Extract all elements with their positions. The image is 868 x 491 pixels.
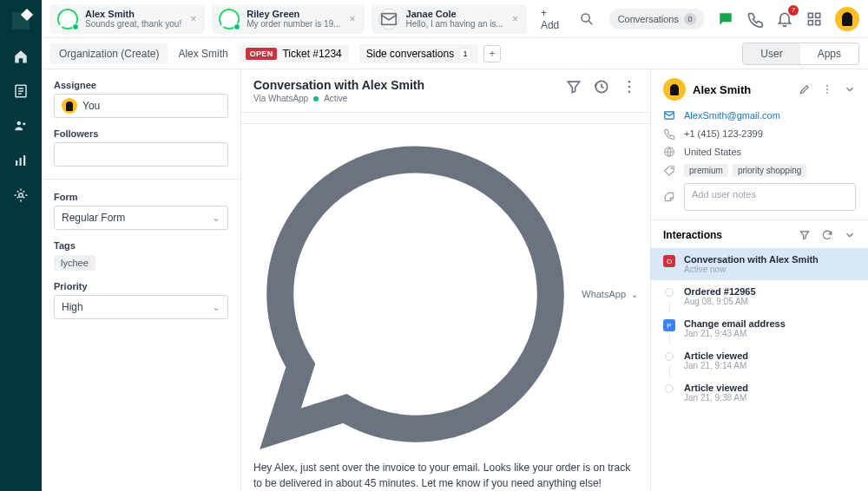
svg-rect-10 [816,13,820,17]
home-icon[interactable] [13,49,29,64]
followers-field[interactable] [54,142,228,167]
filter-icon[interactable] [565,78,582,95]
chevron-down-icon[interactable] [844,229,856,241]
tab-alex-smith[interactable]: Alex SmithSounds great, thank you! × [50,4,205,34]
svg-point-8 [582,13,589,21]
interaction-item[interactable]: OConversation with Alex SmithActive now [651,248,868,280]
breadcrumb-org[interactable]: Organization (Create) [50,43,168,64]
svg-rect-3 [16,160,17,166]
bell-icon[interactable]: 7 [776,10,793,28]
ticket-properties: Assignee You Followers Form Regular Form… [42,69,241,491]
breadcrumb-ticket[interactable]: OPENTicket #1234 [239,45,349,62]
breadcrumb-user[interactable]: Alex Smith [169,43,236,64]
tab-riley-green[interactable]: Riley GreenMy order number is 19... × [212,4,364,34]
priority-label: Priority [54,281,228,291]
svg-point-2 [23,122,25,125]
search-icon[interactable] [579,10,595,28]
top-bar: Alex SmithSounds great, thank you! × Ril… [42,0,868,38]
conversation-status: Active [324,94,347,103]
close-icon[interactable]: × [188,13,198,25]
tag-chip[interactable]: lychee [54,255,95,271]
phone-icon[interactable] [746,10,764,28]
form-label: Form [54,192,228,202]
chevron-down-icon[interactable] [844,83,856,95]
add-button[interactable]: + Add [534,3,572,35]
tab-title: Alex Smith [85,9,181,19]
form-select[interactable]: Regular Form [54,206,228,230]
user-tags: premiumpriority shopping [663,164,856,177]
tab-preview: Sounds great, thank you! [85,19,181,29]
svg-rect-11 [808,20,812,24]
priority-select[interactable]: High [54,295,228,319]
interactions-title: Interactions [663,229,799,241]
svg-rect-5 [23,155,25,166]
refresh-icon[interactable] [821,229,833,241]
user-location: United States [663,146,856,158]
svg-point-6 [19,193,23,198]
toggle-user[interactable]: User [743,43,799,64]
tab-title: Janae Cole [406,9,503,19]
tab-preview: Hello, I am having an is... [406,19,503,29]
user-name: Alex Smith [693,83,792,96]
user-email[interactable]: AlexSmith@gmail.com [663,109,856,121]
user-notes-row: Add user notes [663,183,856,211]
svg-point-1 [17,121,22,126]
more-icon[interactable] [621,78,638,95]
history-icon[interactable] [593,78,610,95]
close-icon[interactable]: × [510,13,520,25]
avatar [663,78,686,101]
svg-point-15 [628,86,631,88]
svg-point-25 [671,167,672,168]
tags-label: Tags [54,240,228,251]
interaction-item[interactable]: Ordered #12965Aug 08, 9:05 AM [651,280,868,312]
tab-preview: My order number is 19... [247,19,340,29]
filter-icon[interactable] [799,229,811,241]
chat-icon[interactable] [717,10,734,28]
conversations-pill[interactable]: Conversations0 [609,9,705,29]
svg-point-21 [826,88,828,90]
conversation-title: Conversation with Alex Smith [253,78,565,92]
interactions-list: OConversation with Alex SmithActive now … [651,248,868,409]
reply-channel-select[interactable]: WhatsApp⌄ [253,133,638,455]
context-bar: Organization (Create) Alex Smith OPENTic… [42,38,868,69]
reply-composer[interactable]: WhatsApp⌄ Hey Alex, just sent over the i… [241,123,650,491]
user-panel: Alex Smith AlexSmith@gmail.com +1 (415) … [651,69,868,491]
interaction-item[interactable]: Article viewedJan 21, 9:14 AM [651,344,868,376]
interaction-item[interactable]: Article viewedJan 21, 9:38 AM [651,376,868,409]
more-icon[interactable] [821,83,833,95]
side-conversations[interactable]: Side conversations1 [359,44,478,63]
tab-janae-cole[interactable]: Janae ColeHello, I am having an is... × [372,4,527,34]
user-phone: +1 (415) 123-2399 [663,128,856,140]
notes-input[interactable]: Add user notes [684,183,856,211]
edit-icon[interactable] [799,83,811,95]
svg-point-22 [826,92,828,94]
followers-label: Followers [54,128,228,139]
users-icon[interactable] [13,118,29,134]
reply-textarea[interactable]: Hey Alex, just sent over the invoice to … [253,461,638,491]
svg-point-14 [628,81,631,83]
assignee-field[interactable]: You [54,94,228,118]
svg-point-16 [628,91,631,94]
tab-title: Riley Green [247,9,340,19]
add-side-conversation[interactable]: + [483,45,501,62]
svg-rect-9 [808,13,812,17]
toggle-apps[interactable]: Apps [800,43,858,64]
analytics-icon[interactable] [13,153,29,168]
conversation-channel: Via WhatsApp [253,94,308,103]
right-panel-toggle: User Apps [742,43,859,65]
assignee-label: Assignee [54,80,228,90]
svg-rect-4 [20,158,22,166]
close-icon[interactable]: × [348,13,358,25]
conversation-panel: Conversation with Alex Smith Via WhatsAp… [241,69,651,491]
svg-rect-12 [816,20,820,24]
interaction-item[interactable]: PChange email addressJan 21, 9:43 AM [651,312,868,344]
settings-icon[interactable] [13,187,29,203]
brand-logo [12,12,30,29]
svg-point-20 [826,85,828,87]
apps-icon[interactable] [806,10,823,28]
docs-icon[interactable] [13,83,29,99]
profile-avatar[interactable] [835,7,859,31]
nav-rail [0,0,42,491]
message-thread[interactable]: Hey Alex, we've gone ahead and updated y… [241,113,650,123]
